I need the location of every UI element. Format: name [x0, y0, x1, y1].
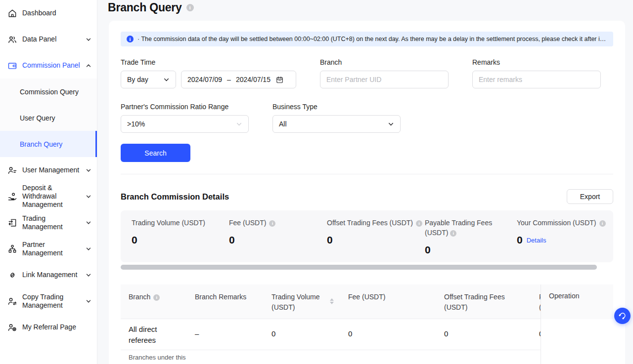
stat-label: Payable Trading Fees (USDT) [425, 219, 492, 237]
info-icon[interactable]: i [416, 220, 422, 227]
stat-value: 0 [425, 244, 513, 256]
column-header-trading-volume: Trading Volume (USDT) [271, 292, 324, 313]
commission-panel-submenu: Commission Query User Query Branch Query [0, 79, 97, 157]
sidebar-item-label: Trading Management [22, 214, 85, 231]
stat-value: 0 [132, 234, 205, 246]
sidebar-item-commission-query[interactable]: Commission Query [0, 79, 97, 105]
page-header: Branch Query i [97, 0, 633, 15]
trade-time-value: By day [127, 76, 159, 83]
search-button[interactable]: Search [121, 144, 190, 162]
date-range-picker[interactable]: 2024/07/09 – 2024/07/15 [181, 71, 296, 88]
stat-value: 0 [327, 234, 422, 246]
sidebar-item-trading-management[interactable]: Trading Management [0, 209, 97, 236]
trade-time-group: Trade Time By day 2024/07/09 – 2024/07/1… [121, 58, 296, 88]
sidebar-item-label: User Management [22, 166, 85, 174]
stat-fee: Fee (USDT)i 0 [229, 218, 275, 246]
stat-label: Trading Volume (USDT) [132, 219, 205, 227]
customer-support-button[interactable] [614, 308, 631, 324]
business-type-label: Business Type [272, 103, 401, 111]
headset-icon [616, 310, 628, 322]
sidebar-item-commission-panel[interactable]: Commission Panel [0, 52, 97, 79]
settlement-notice-banner: i · The commission data of the day will … [121, 32, 613, 46]
chevron-down-icon [85, 298, 92, 305]
info-icon[interactable]: i [153, 294, 160, 301]
branch-input[interactable] [320, 71, 449, 88]
users-icon [7, 34, 18, 45]
details-section-header: Branch Commission Details Export [121, 189, 613, 204]
date-to: 2024/07/15 [236, 76, 271, 83]
horizontal-scrollbar [121, 265, 613, 270]
org-chart-icon [7, 243, 18, 254]
info-icon: i [127, 36, 134, 42]
remarks-input[interactable] [472, 71, 601, 88]
calendar-icon [275, 76, 284, 84]
sidebar-item-label: Branch Query [20, 140, 62, 148]
wallet-icon [7, 60, 18, 71]
ratio-group: Partner's Commission Ratio Range >10% [121, 103, 249, 133]
business-type-value: All [279, 120, 384, 128]
transfer-icon [7, 217, 18, 228]
sidebar-item-dashboard[interactable]: Dashboard [0, 0, 97, 26]
sidebar-item-link-management[interactable]: Link Management [0, 262, 97, 288]
sidebar-item-deposit-withdrawal[interactable]: Deposit & Withdrawal Management [0, 183, 97, 209]
main-content: Branch Query i i · The commission data o… [97, 0, 633, 364]
date-from: 2024/07/09 [187, 76, 222, 83]
hand-coin-icon [7, 191, 18, 202]
remarks-label: Remarks [472, 58, 601, 66]
table-row: All direct referees – 0 0 0 0 [121, 319, 613, 350]
business-type-select[interactable]: All [272, 115, 401, 133]
chevron-down-icon [85, 272, 92, 279]
cell-trading-volume: 0 [271, 329, 275, 338]
info-icon[interactable]: i [450, 230, 456, 237]
operation-column-header: Operation [541, 284, 613, 319]
business-type-group: Business Type All [272, 103, 401, 133]
page-title: Branch Query [108, 1, 182, 14]
info-icon[interactable]: i [599, 220, 606, 227]
date-separator: – [227, 76, 231, 83]
branch-label: Branch [320, 58, 449, 66]
details-link[interactable]: Details [527, 237, 546, 244]
stat-label: Your Commission (USDT) [517, 219, 596, 227]
column-header-fee: Fee (USDT) [348, 292, 385, 302]
title-info-icon[interactable]: i [186, 4, 194, 11]
sidebar-item-label: Partner Management [22, 241, 85, 257]
chevron-down-icon [236, 121, 242, 127]
sidebar: Dashboard Data Panel Commission Panel Co… [0, 0, 97, 364]
section-divider [121, 174, 613, 174]
sidebar-item-user-management[interactable]: User Management [0, 157, 97, 183]
chevron-down-icon [163, 77, 170, 83]
sidebar-item-my-referral-page[interactable]: My Referral Page [0, 314, 97, 340]
link-icon [7, 270, 18, 281]
user-arrows-icon [7, 296, 18, 307]
stat-payable-fees: Payable Trading Fees (USDT) i 0 [425, 218, 513, 256]
cell-offset-fees: 0 [444, 329, 448, 338]
chevron-down-icon [85, 193, 92, 200]
ratio-select[interactable]: >10% [121, 115, 249, 133]
sidebar-item-branch-query[interactable]: Branch Query [0, 131, 97, 157]
sidebar-item-user-query[interactable]: User Query [0, 105, 97, 131]
content-card: i · The commission data of the day will … [109, 21, 625, 364]
remarks-group: Remarks [472, 58, 601, 88]
sidebar-item-label: Commission Panel [22, 61, 85, 70]
column-header-offset-fees: Offset Trading Fees (USDT) [444, 292, 509, 313]
info-icon[interactable]: i [269, 220, 275, 227]
sidebar-item-label: Copy Trading Management [22, 293, 85, 310]
column-header-operation: Operation [541, 284, 613, 300]
trade-time-label: Trade Time [121, 58, 296, 66]
branch-table: Branchi Branch Remarks Trading Volume (U… [121, 284, 613, 364]
branch-group: Branch [320, 58, 449, 88]
sidebar-item-data-panel[interactable]: Data Panel [0, 26, 97, 52]
stat-value: 0 [229, 234, 275, 246]
stat-offset-fees: Offset Trading Fees (USDT)i 0 [327, 218, 422, 246]
export-button[interactable]: Export [567, 189, 613, 204]
sort-icon[interactable] [330, 298, 334, 304]
sidebar-item-partner-management[interactable]: Partner Management [0, 236, 97, 262]
user-list-icon [7, 165, 18, 176]
trade-time-select[interactable]: By day [121, 71, 176, 88]
sidebar-item-label: User Query [20, 114, 55, 122]
sidebar-item-copy-trading[interactable]: Copy Trading Management [0, 288, 97, 314]
cell-branch-remarks: – [195, 329, 199, 338]
sidebar-item-label: Commission Query [20, 88, 79, 96]
scrollbar-thumb[interactable] [121, 265, 597, 270]
stat-your-commission: Your Commission (USDT)i 0Details [517, 218, 606, 246]
